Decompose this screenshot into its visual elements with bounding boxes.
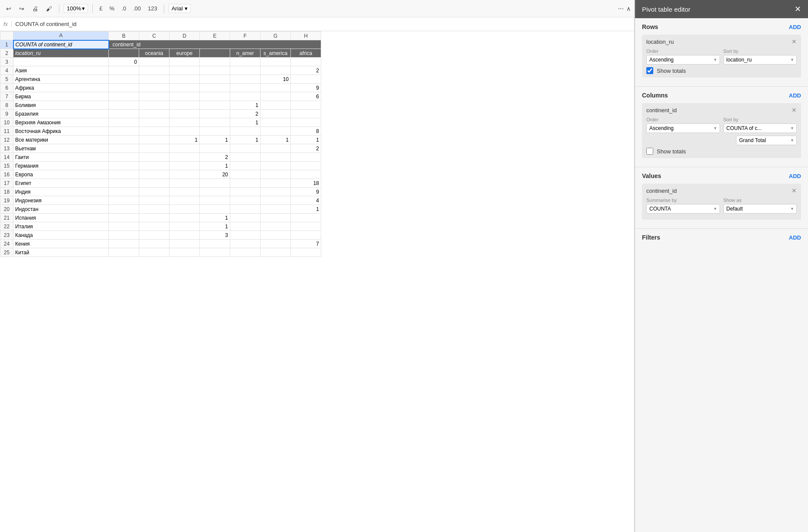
values-field-card: continent_id ✕ Summarise by COUNTA SUM C… (642, 184, 801, 220)
grand-total-select[interactable]: Grand Total (736, 136, 797, 145)
cell-a2: location_ru (13, 49, 109, 58)
cell-a1[interactable]: COUNTA of continent_id (13, 40, 109, 49)
cell-a15: Германия (13, 162, 109, 170)
redo-button[interactable]: ↪ (16, 3, 27, 14)
cell-c10 (139, 118, 169, 127)
col-header-a[interactable]: A (13, 32, 109, 40)
cell-d2: europe (169, 49, 200, 58)
cell-b9 (109, 110, 139, 118)
cell-g13 (261, 144, 291, 153)
table-row: 24 Кения 7 (0, 240, 321, 248)
row-num-10: 10 (0, 118, 13, 127)
filters-section-header: Filters ADD (642, 234, 801, 241)
values-field-close-button[interactable]: ✕ (792, 187, 797, 194)
percent-button[interactable]: % (107, 4, 117, 13)
cell-d19 (169, 196, 200, 205)
rows-add-button[interactable]: ADD (789, 24, 801, 30)
values-add-button[interactable]: ADD (789, 173, 801, 179)
cell-b24 (109, 240, 139, 248)
cell-e20 (200, 205, 230, 214)
cell-a20: Индостан (13, 205, 109, 214)
row-num-7: 7 (0, 92, 13, 101)
columns-field-title-row: continent_id ✕ (646, 107, 797, 114)
cell-e16: 20 (200, 170, 230, 179)
col-header-g[interactable]: G (261, 32, 291, 40)
rows-sortby-select[interactable]: location_ru (723, 55, 797, 65)
rows-field-card: location_ru ✕ Order Ascending Descending… (642, 35, 801, 78)
row-num-22: 22 (0, 222, 13, 231)
col-header-h[interactable]: H (291, 32, 321, 40)
col-header-b[interactable]: B (109, 32, 139, 40)
cell-e19 (200, 196, 230, 205)
cell-f2: n_amer (230, 49, 261, 58)
table-row: 10 Верхняя Амазония 1 (0, 118, 321, 127)
formula-input[interactable]: COUNTA of continent_id (15, 21, 631, 27)
table-row: 21 Испания 1 (0, 214, 321, 222)
table-row: 4 Азия 2 (0, 66, 321, 75)
col-header-c[interactable]: C (139, 32, 169, 40)
filters-add-button[interactable]: ADD (789, 234, 801, 241)
cell-a8: Боливия (13, 101, 109, 110)
cell-g18 (261, 188, 291, 196)
values-summarise-select[interactable]: COUNTA SUM COUNT AVERAGE (646, 204, 720, 214)
separator-2 (92, 4, 93, 13)
font-selector[interactable]: Arial ▾ (169, 4, 191, 13)
currency-button[interactable]: £ (97, 4, 104, 13)
row-num-9: 9 (0, 110, 13, 118)
decimal-dec-button[interactable]: .0 (119, 4, 128, 13)
cell-c11 (139, 127, 169, 136)
columns-show-totals-checkbox[interactable] (646, 148, 653, 155)
col-header-f[interactable]: F (230, 32, 261, 40)
pivot-close-button[interactable]: ✕ (795, 4, 801, 14)
cell-g24 (261, 240, 291, 248)
cell-h17: 18 (291, 179, 321, 188)
cell-c6 (139, 84, 169, 92)
more-options-button[interactable]: ··· (618, 5, 624, 13)
cell-a3 (13, 58, 109, 66)
columns-field-close-button[interactable]: ✕ (792, 107, 797, 114)
row-num-12: 12 (0, 136, 13, 144)
cell-e4 (200, 66, 230, 75)
values-show-as-select[interactable]: Default (723, 204, 797, 214)
col-header-d[interactable]: D (169, 32, 200, 40)
paint-format-button[interactable]: 🖌 (43, 3, 55, 14)
zoom-selector[interactable]: 100% ▾ (64, 4, 88, 13)
grid-container[interactable]: A B C D E F G H 1 COUNTA of continent_id… (0, 31, 634, 532)
number-format-button[interactable]: 123 (146, 4, 160, 13)
cell-f25 (230, 248, 261, 257)
cell-f8: 1 (230, 101, 261, 110)
decimal-inc-button[interactable]: .00 (131, 4, 143, 13)
cell-b19 (109, 196, 139, 205)
row-num-23: 23 (0, 231, 13, 240)
columns-order-select[interactable]: Ascending Descending (646, 123, 720, 133)
column-headers: A B C D E F G H (0, 32, 321, 40)
columns-sortby-select[interactable]: COUNTA of c... (723, 123, 797, 133)
columns-add-button[interactable]: ADD (789, 92, 801, 99)
cell-h12: 1 (291, 136, 321, 144)
collapse-toolbar-button[interactable]: ∧ (626, 5, 631, 12)
rows-field-title-row: location_ru ✕ (646, 38, 797, 45)
font-chevron: ▾ (185, 5, 188, 12)
rows-show-totals-checkbox[interactable] (646, 67, 653, 74)
rows-order-select[interactable]: Ascending Descending (646, 55, 720, 65)
rows-field-close-button[interactable]: ✕ (792, 38, 797, 45)
cell-g21 (261, 214, 291, 222)
columns-section-header: Columns ADD (642, 92, 801, 99)
cell-g11 (261, 127, 291, 136)
col-header-e[interactable]: E (200, 32, 230, 40)
cell-b4 (109, 66, 139, 75)
undo-button[interactable]: ↩ (3, 3, 14, 14)
cell-e22: 1 (200, 222, 230, 231)
columns-show-totals-label[interactable]: Show totals (657, 148, 686, 155)
cell-c15 (139, 162, 169, 170)
cell-g22 (261, 222, 291, 231)
cell-h14 (291, 153, 321, 162)
cell-g8 (261, 101, 291, 110)
columns-order-label: Order (646, 117, 720, 122)
print-button[interactable]: 🖨 (29, 3, 41, 14)
filters-section-title: Filters (642, 234, 660, 241)
values-summarise-select-wrapper: COUNTA SUM COUNT AVERAGE (646, 204, 720, 214)
cell-a19: Индонезия (13, 196, 109, 205)
cell-g16 (261, 170, 291, 179)
rows-show-totals-label[interactable]: Show totals (657, 68, 686, 74)
